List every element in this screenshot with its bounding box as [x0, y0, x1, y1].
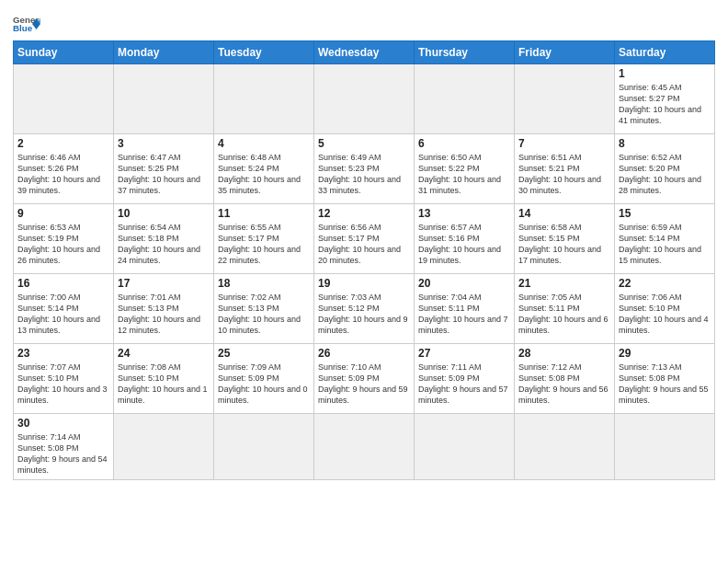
day-number: 10	[118, 207, 210, 220]
day-number: 14	[518, 207, 610, 220]
weekday-header-saturday: Saturday	[615, 41, 715, 64]
day-info: Sunrise: 7:10 AMSunset: 5:09 PMDaylight:…	[318, 362, 410, 407]
day-number: 8	[619, 137, 711, 150]
day-number: 28	[518, 347, 610, 360]
day-info: Sunrise: 6:46 AMSunset: 5:26 PMDaylight:…	[17, 152, 109, 197]
day-info: Sunrise: 6:56 AMSunset: 5:17 PMDaylight:…	[318, 222, 410, 267]
calendar-cell: 12Sunrise: 6:56 AMSunset: 5:17 PMDayligh…	[314, 204, 415, 274]
calendar-cell: 17Sunrise: 7:01 AMSunset: 5:13 PMDayligh…	[114, 274, 214, 344]
day-number: 9	[17, 207, 109, 220]
weekday-header-sunday: Sunday	[14, 41, 114, 64]
calendar-cell: 14Sunrise: 6:58 AMSunset: 5:15 PMDayligh…	[515, 204, 615, 274]
calendar-cell	[415, 64, 515, 134]
week-row-4: 16Sunrise: 7:00 AMSunset: 5:14 PMDayligh…	[14, 274, 715, 344]
week-row-2: 2Sunrise: 6:46 AMSunset: 5:26 PMDaylight…	[14, 134, 715, 204]
day-number: 19	[318, 277, 410, 290]
day-number: 27	[418, 347, 510, 360]
day-number: 4	[218, 137, 310, 150]
day-number: 3	[118, 137, 210, 150]
day-number: 25	[218, 347, 310, 360]
logo-icon: General Blue	[13, 13, 40, 35]
weekday-header-thursday: Thursday	[415, 41, 515, 64]
day-number: 5	[318, 137, 410, 150]
day-number: 7	[518, 137, 610, 150]
calendar-table: SundayMondayTuesdayWednesdayThursdayFrid…	[13, 40, 715, 480]
day-info: Sunrise: 7:02 AMSunset: 5:13 PMDaylight:…	[218, 292, 310, 337]
day-info: Sunrise: 7:08 AMSunset: 5:10 PMDaylight:…	[118, 362, 210, 407]
day-number: 6	[418, 137, 510, 150]
day-info: Sunrise: 7:03 AMSunset: 5:12 PMDaylight:…	[318, 292, 410, 337]
calendar-cell	[415, 414, 515, 480]
calendar-cell	[515, 64, 615, 134]
day-info: Sunrise: 7:01 AMSunset: 5:13 PMDaylight:…	[118, 292, 210, 337]
day-info: Sunrise: 7:09 AMSunset: 5:09 PMDaylight:…	[218, 362, 310, 407]
day-info: Sunrise: 6:55 AMSunset: 5:17 PMDaylight:…	[218, 222, 310, 267]
calendar-cell	[114, 414, 214, 480]
week-row-6: 30Sunrise: 7:14 AMSunset: 5:08 PMDayligh…	[14, 414, 715, 480]
day-number: 21	[518, 277, 610, 290]
day-number: 12	[318, 207, 410, 220]
day-info: Sunrise: 7:11 AMSunset: 5:09 PMDaylight:…	[418, 362, 510, 407]
week-row-1: 1Sunrise: 6:45 AMSunset: 5:27 PMDaylight…	[14, 64, 715, 134]
day-info: Sunrise: 7:05 AMSunset: 5:11 PMDaylight:…	[518, 292, 610, 337]
calendar-cell: 13Sunrise: 6:57 AMSunset: 5:16 PMDayligh…	[415, 204, 515, 274]
day-number: 16	[17, 277, 109, 290]
header-area: General Blue	[13, 9, 715, 35]
calendar-cell: 6Sunrise: 6:50 AMSunset: 5:22 PMDaylight…	[415, 134, 515, 204]
day-info: Sunrise: 7:04 AMSunset: 5:11 PMDaylight:…	[418, 292, 510, 337]
day-number: 15	[619, 207, 711, 220]
calendar-cell: 8Sunrise: 6:52 AMSunset: 5:20 PMDaylight…	[615, 134, 715, 204]
weekday-header-tuesday: Tuesday	[214, 41, 314, 64]
calendar-cell: 18Sunrise: 7:02 AMSunset: 5:13 PMDayligh…	[214, 274, 314, 344]
day-info: Sunrise: 6:53 AMSunset: 5:19 PMDaylight:…	[17, 222, 109, 267]
calendar-cell: 28Sunrise: 7:12 AMSunset: 5:08 PMDayligh…	[515, 344, 615, 414]
day-info: Sunrise: 7:14 AMSunset: 5:08 PMDaylight:…	[17, 431, 109, 477]
day-info: Sunrise: 7:07 AMSunset: 5:10 PMDaylight:…	[17, 362, 109, 407]
day-info: Sunrise: 6:58 AMSunset: 5:15 PMDaylight:…	[518, 222, 610, 267]
week-row-3: 9Sunrise: 6:53 AMSunset: 5:19 PMDaylight…	[14, 204, 715, 274]
calendar-cell	[114, 64, 214, 134]
day-info: Sunrise: 6:51 AMSunset: 5:21 PMDaylight:…	[518, 152, 610, 197]
calendar-cell	[515, 414, 615, 480]
calendar-cell: 4Sunrise: 6:48 AMSunset: 5:24 PMDaylight…	[214, 134, 314, 204]
day-info: Sunrise: 6:47 AMSunset: 5:25 PMDaylight:…	[118, 152, 210, 197]
calendar-cell	[14, 64, 114, 134]
calendar-cell: 3Sunrise: 6:47 AMSunset: 5:25 PMDaylight…	[114, 134, 214, 204]
weekday-header-row: SundayMondayTuesdayWednesdayThursdayFrid…	[14, 41, 715, 64]
day-number: 30	[17, 417, 109, 430]
calendar-cell: 19Sunrise: 7:03 AMSunset: 5:12 PMDayligh…	[314, 274, 415, 344]
calendar-cell: 27Sunrise: 7:11 AMSunset: 5:09 PMDayligh…	[415, 344, 515, 414]
day-info: Sunrise: 7:13 AMSunset: 5:08 PMDaylight:…	[619, 362, 711, 407]
calendar-cell: 21Sunrise: 7:05 AMSunset: 5:11 PMDayligh…	[515, 274, 615, 344]
calendar-cell: 20Sunrise: 7:04 AMSunset: 5:11 PMDayligh…	[415, 274, 515, 344]
day-number: 2	[17, 137, 109, 150]
day-number: 18	[218, 277, 310, 290]
day-number: 11	[218, 207, 310, 220]
day-info: Sunrise: 6:48 AMSunset: 5:24 PMDaylight:…	[218, 152, 310, 197]
weekday-header-wednesday: Wednesday	[314, 41, 415, 64]
calendar-cell: 2Sunrise: 6:46 AMSunset: 5:26 PMDaylight…	[14, 134, 114, 204]
day-info: Sunrise: 6:57 AMSunset: 5:16 PMDaylight:…	[418, 222, 510, 267]
day-number: 24	[118, 347, 210, 360]
calendar-cell: 15Sunrise: 6:59 AMSunset: 5:14 PMDayligh…	[615, 204, 715, 274]
calendar-cell: 23Sunrise: 7:07 AMSunset: 5:10 PMDayligh…	[14, 344, 114, 414]
week-row-5: 23Sunrise: 7:07 AMSunset: 5:10 PMDayligh…	[14, 344, 715, 414]
calendar-cell: 25Sunrise: 7:09 AMSunset: 5:09 PMDayligh…	[214, 344, 314, 414]
calendar-cell: 24Sunrise: 7:08 AMSunset: 5:10 PMDayligh…	[114, 344, 214, 414]
day-info: Sunrise: 6:54 AMSunset: 5:18 PMDaylight:…	[118, 222, 210, 267]
calendar-cell: 22Sunrise: 7:06 AMSunset: 5:10 PMDayligh…	[615, 274, 715, 344]
day-number: 20	[418, 277, 510, 290]
day-info: Sunrise: 6:50 AMSunset: 5:22 PMDaylight:…	[418, 152, 510, 197]
day-info: Sunrise: 7:06 AMSunset: 5:10 PMDaylight:…	[619, 292, 711, 337]
day-number: 26	[318, 347, 410, 360]
calendar-cell	[314, 414, 415, 480]
calendar-cell: 9Sunrise: 6:53 AMSunset: 5:19 PMDaylight…	[14, 204, 114, 274]
day-number: 23	[17, 347, 109, 360]
day-info: Sunrise: 6:59 AMSunset: 5:14 PMDaylight:…	[619, 222, 711, 267]
day-info: Sunrise: 6:49 AMSunset: 5:23 PMDaylight:…	[318, 152, 410, 197]
day-number: 13	[418, 207, 510, 220]
page: General Blue SundayMondayTuesdayWednesda…	[0, 0, 728, 488]
calendar-cell: 30Sunrise: 7:14 AMSunset: 5:08 PMDayligh…	[14, 414, 114, 480]
weekday-header-monday: Monday	[114, 41, 214, 64]
day-number: 17	[118, 277, 210, 290]
